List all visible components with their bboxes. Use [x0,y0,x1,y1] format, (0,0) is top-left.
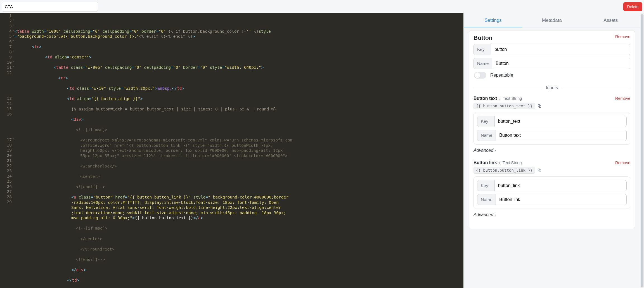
input-remove[interactable]: Remove [615,160,630,165]
input-remove[interactable]: Remove [615,96,630,101]
tab-metadata[interactable]: Metadata [522,13,581,27]
chevron-right-icon: › [499,160,500,165]
tabs: Settings Metadata Assets [464,13,640,27]
input-type-label: Text String [503,160,522,165]
field-label-name: Name [474,58,492,69]
code-content[interactable]: <table width="100%" cellspacing="0" cell… [13,13,463,288]
input-key-field: Key [477,116,627,127]
module-card: Button Remove Key Name Repeatable [469,30,635,229]
scroll-thumb[interactable] [641,14,643,287]
scrollbar[interactable] [640,13,644,288]
input-title: Button link [473,160,497,165]
delete-button[interactable]: Delete [623,2,642,11]
liquid-snippet: {{ button.button_text }} [473,103,535,109]
advanced-toggle[interactable]: Advanced› [473,148,630,153]
input-type-label: Text String [503,96,522,101]
tab-settings[interactable]: Settings [464,13,522,27]
input-block-button-link: Button link › Text String Remove {{ butt… [473,160,630,217]
module-title-input[interactable] [2,2,98,11]
module-title: Button [473,34,493,41]
sidebar: Settings Metadata Assets Button Remove K… [463,13,640,288]
tab-assets[interactable]: Assets [581,13,640,27]
repeatable-label: Repeatable [490,73,513,78]
copy-icon[interactable] [537,104,542,108]
input-key-input[interactable] [495,180,626,191]
input-title: Button text [473,96,497,101]
repeatable-toggle[interactable] [474,72,486,79]
module-name-input[interactable] [492,58,630,69]
input-name-input[interactable] [496,130,626,141]
input-block-button-text: Button text › Text String Remove {{ butt… [473,96,630,153]
input-key-input[interactable] [495,116,626,127]
field-label-key: Key [474,44,491,55]
input-name-input[interactable] [496,194,626,205]
code-editor[interactable]: 1 2▾ 3▾ 4▾ 5▾ 6▾ 7 8▾ 9 10▾ 11▾ 12 13 14… [0,13,463,288]
liquid-snippet: {{ button.button_link }} [473,167,535,174]
copy-icon[interactable] [537,168,542,173]
input-name-field: Name [477,194,627,205]
chevron-right-icon: › [494,148,496,153]
module-key-input[interactable] [491,44,630,55]
chevron-right-icon: › [499,96,501,101]
module-name-field: Name [473,58,630,69]
inputs-divider: Inputs [473,85,630,90]
chevron-right-icon: › [494,213,496,217]
editor-gutter: 1 2▾ 3▾ 4▾ 5▾ 6▾ 7 8▾ 9 10▾ 11▾ 12 13 14… [0,13,13,288]
input-name-field: Name [477,130,627,141]
input-key-field: Key [477,180,627,191]
module-remove[interactable]: Remove [615,34,630,39]
module-key-field: Key [473,44,630,55]
advanced-toggle[interactable]: Advanced› [473,212,630,217]
